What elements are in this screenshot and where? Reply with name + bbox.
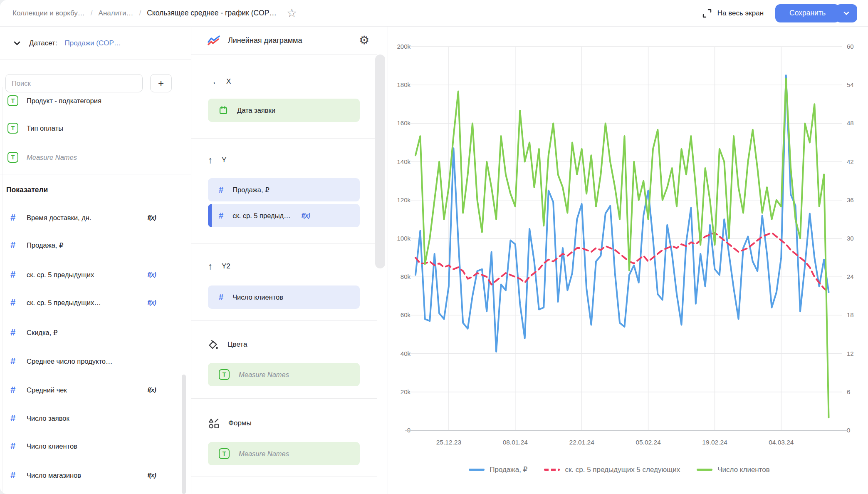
legend-label: Число клиентов — [717, 466, 770, 474]
field-label: ск. ср. 5 предыдущих… — [27, 299, 101, 307]
field-row-measure[interactable]: #Средний чекf(x) — [0, 380, 191, 400]
divider — [191, 398, 377, 399]
shelf-field-y2[interactable]: # Число клиентов — [208, 285, 360, 309]
breadcrumb-analytics[interactable]: Аналити… — [99, 9, 134, 17]
shelf-field-label: ск. ср. 5 предыд… — [232, 212, 291, 220]
number-field-icon: # — [7, 385, 18, 395]
number-field-icon: # — [219, 185, 223, 195]
field-label: Число заявок — [27, 415, 69, 422]
shelf-field-label: Продажа, ₽ — [232, 186, 270, 194]
svg-text:22.01.24: 22.01.24 — [569, 439, 595, 446]
field-row-measure[interactable]: #Число магазиновf(x) — [0, 465, 191, 485]
svg-text:20k: 20k — [401, 388, 411, 395]
dataset-name-link[interactable]: Продажи (COP… — [65, 39, 121, 47]
save-button[interactable]: Сохранить — [775, 4, 840, 22]
gear-icon[interactable]: ⚙ — [359, 35, 369, 46]
shelf-field-colors[interactable]: T Measure Names — [208, 363, 360, 386]
legend-item-sales[interactable]: Продажа, ₽ — [469, 465, 527, 474]
number-field-icon: # — [7, 297, 18, 308]
favorite-star-icon[interactable]: ☆ — [287, 7, 297, 19]
svg-text:24: 24 — [847, 273, 854, 280]
legend-label: Продажа, ₽ — [490, 465, 527, 474]
divider — [191, 320, 377, 321]
field-row-measure[interactable]: #Скидка, ₽ — [0, 323, 191, 343]
selection-bar — [208, 204, 212, 227]
field-row-dimension[interactable]: T Тип оплаты — [0, 118, 191, 138]
text-field-icon: T — [7, 123, 18, 134]
svg-text:160k: 160k — [397, 119, 411, 127]
field-label: Число клиентов — [27, 442, 77, 450]
shelf-field-label: Дата заявки — [237, 107, 275, 114]
field-row-measure[interactable]: #ск. ср. 5 предыдущих…f(x) — [0, 293, 191, 313]
shelf-scrollbar[interactable] — [375, 55, 385, 268]
field-row-dimension[interactable]: T Продукт - подкатегория — [0, 91, 191, 111]
svg-text:180k: 180k — [397, 81, 411, 88]
dataset-sidebar: Датасет: Продажи (COP… + T Продукт - под… — [0, 27, 191, 494]
field-label: Время доставки, дн. — [27, 214, 91, 222]
section-x: → X — [208, 73, 231, 90]
shelf-field-label: Measure Names — [239, 371, 289, 379]
arrow-up-icon: ↑ — [208, 261, 213, 272]
arrow-right-icon: → — [208, 76, 217, 87]
fullscreen-label: На весь экран — [717, 9, 764, 17]
svg-text:60k: 60k — [401, 311, 411, 318]
collapse-chevron-icon[interactable] — [12, 39, 22, 48]
legend-label: ск. ср. 5 предыдущих 5 следующих — [565, 466, 680, 474]
chevron-down-icon — [842, 9, 851, 17]
chart-canvas[interactable]: 0020k640k1260k1880k24100k30120k36140k421… — [388, 27, 868, 494]
svg-text:05.02.24: 05.02.24 — [636, 439, 661, 446]
shelf-field-y1[interactable]: # Продажа, ₽ — [208, 178, 360, 201]
paint-bucket-icon — [208, 340, 218, 350]
measures-header: Показатели — [6, 186, 48, 194]
chart-legend: Продажа, ₽ ск. ср. 5 предыдущих 5 следую… — [388, 465, 850, 474]
formula-icon: f(x) — [147, 472, 156, 479]
number-field-icon: # — [219, 293, 223, 302]
app-window: Коллекции и воркбу… / Аналити… / Скользя… — [0, 0, 868, 494]
svg-text:08.01.24: 08.01.24 — [503, 439, 528, 446]
text-field-icon: T — [7, 95, 18, 106]
svg-text:80k: 80k — [401, 273, 411, 280]
field-row-measure-names[interactable]: T Measure Names — [0, 147, 191, 167]
number-field-icon: # — [7, 240, 18, 251]
shelf-field-label: Measure Names — [239, 450, 289, 458]
search-input[interactable] — [5, 74, 143, 92]
field-row-measure[interactable]: #Число заявок — [0, 408, 191, 428]
svg-text:120k: 120k — [397, 196, 411, 204]
breadcrumb-collections[interactable]: Коллекции и воркбу… — [12, 9, 85, 17]
number-field-icon: # — [7, 413, 18, 424]
fullscreen-button[interactable]: На весь экран — [702, 8, 764, 19]
svg-text:40k: 40k — [401, 350, 411, 357]
dataset-label: Датасет: — [29, 39, 57, 47]
field-row-measure[interactable]: #Время доставки, дн.f(x) — [0, 208, 191, 228]
legend-item-clients[interactable]: Число клиентов — [697, 466, 770, 474]
shelf-field-y2-selected[interactable]: # ск. ср. 5 предыд… f(x) — [208, 204, 360, 227]
section-y2-label: Y2 — [222, 262, 230, 271]
svg-text:36: 36 — [847, 196, 854, 204]
number-field-icon: # — [7, 356, 18, 367]
formula-icon: f(x) — [147, 214, 156, 221]
field-row-measure[interactable]: #ск. ср. 5 предыдущихf(x) — [0, 265, 191, 285]
shelf-field-shapes[interactable]: T Measure Names — [208, 442, 360, 465]
field-row-measure[interactable]: #Число клиентов — [0, 436, 191, 456]
number-field-icon: # — [7, 327, 18, 338]
section-x-label: X — [226, 77, 231, 86]
divider — [191, 54, 377, 55]
number-field-icon: # — [7, 470, 18, 481]
add-field-button[interactable]: + — [150, 74, 172, 92]
field-row-measure[interactable]: #Продажа, ₽ — [0, 235, 191, 255]
field-row-measure[interactable]: #Среднее число продукто… — [0, 351, 191, 371]
dataset-row: Датасет: Продажи (COP… — [0, 27, 191, 60]
section-y2: ↑ Y2 — [208, 258, 230, 275]
legend-item-moving-average[interactable]: ск. ср. 5 предыдущих 5 следующих — [544, 466, 680, 474]
number-field-icon: # — [7, 441, 18, 452]
sidebar-scrollbar[interactable] — [182, 375, 186, 494]
breadcrumb-separator: / — [91, 9, 93, 17]
svg-text:12: 12 — [847, 350, 854, 357]
number-field-icon: # — [219, 211, 223, 221]
breadcrumb-separator: / — [139, 9, 141, 17]
section-colors-label: Цвета — [228, 340, 247, 349]
save-more-button[interactable] — [836, 4, 857, 22]
shelf-field-x[interactable]: Дата заявки — [208, 99, 360, 122]
section-y-label: Y — [222, 156, 226, 164]
svg-text:54: 54 — [847, 81, 854, 88]
